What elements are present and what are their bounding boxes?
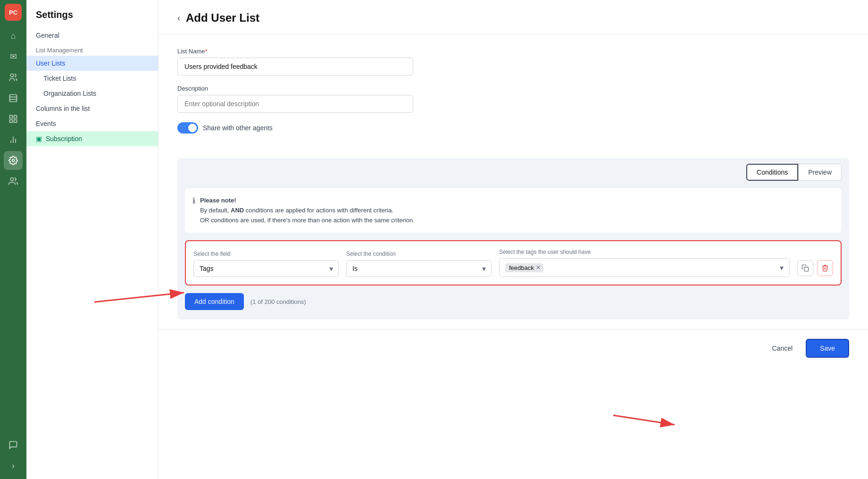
tags-chevron-icon: ▾ [780,263,784,272]
app-logo: PC [5,4,22,21]
share-toggle-label: Share with other agents [203,124,273,132]
home-icon[interactable]: ⌂ [4,26,23,45]
list-name-group: List Name* [177,48,849,76]
condition-row: Select the field Tags Select the conditi… [185,240,842,286]
sidebar-item-general[interactable]: General [26,28,158,43]
mail-icon[interactable]: ✉ [4,47,23,66]
conditions-panel: Conditions Preview ℹ Please note! By def… [177,158,849,319]
condition-select-label: Select the condition [346,251,492,257]
back-button[interactable]: ‹ [177,13,180,23]
svg-point-12 [10,178,14,181]
list-name-label: List Name* [177,48,849,55]
icon-nav: PC ⌂ ✉ › [0,0,26,479]
svg-point-11 [12,160,15,162]
sidebar-section-list-mgmt: List Management [26,43,158,56]
sidebar: Settings General List Management User Li… [26,0,159,479]
page-header: ‹ Add User List [159,0,868,34]
dashboard-icon[interactable] [4,109,23,128]
description-label: Description [177,85,849,92]
svg-point-0 [10,74,14,77]
page-footer: Cancel Save [159,329,868,367]
sidebar-item-subscription[interactable]: ▣ Subscription [26,131,158,146]
row-actions [797,260,833,277]
notice-text: Please note! By default, AND conditions … [200,196,415,225]
svg-rect-1 [10,95,17,102]
tab-conditions[interactable]: Conditions [746,164,798,181]
sidebar-item-columns[interactable]: Columns in the list [26,101,158,116]
svg-rect-6 [14,120,17,123]
sidebar-item-user-lists[interactable]: User Lists [26,56,158,71]
tags-select-group: Select the tags the user should have fee… [499,249,790,277]
svg-rect-4 [10,116,13,118]
info-icon: ℹ [192,196,195,225]
description-group: Description [177,85,849,113]
condition-count: (1 of 200 conditions) [250,298,306,305]
condition-select-wrapper: Is [346,260,492,277]
subscription-icon: ▣ [36,135,42,143]
reports-icon[interactable] [4,130,23,149]
sidebar-item-events[interactable]: Events [26,116,158,131]
main-content: ‹ Add User List List Name* Description S… [159,0,868,479]
condition-row-wrapper: Select the field Tags Select the conditi… [185,240,842,286]
sidebar-title: Settings [26,9,158,28]
tags-input[interactable]: feedback ✕ ▾ [499,258,790,277]
delete-row-button[interactable] [817,260,833,276]
field-select-label: Select the field [193,251,339,257]
page-title: Add User List [186,11,259,25]
tags-select-label: Select the tags the user should have [499,249,790,255]
sidebar-item-ticket-lists[interactable]: Ticket Lists [26,71,158,86]
settings-icon[interactable] [4,151,23,170]
cancel-button[interactable]: Cancel [764,340,800,357]
duplicate-row-button[interactable] [797,260,813,276]
svg-rect-13 [804,267,809,271]
expand-icon[interactable]: › [4,456,23,475]
tickets-icon[interactable] [4,89,23,108]
tab-preview[interactable]: Preview [798,164,842,181]
condition-select-group: Select the condition Is [346,251,492,277]
field-select-group: Select the field Tags [193,251,339,277]
chat-icon[interactable] [4,436,23,454]
field-select-wrapper: Tags [193,260,339,277]
share-toggle-row: Share with other agents [177,122,849,134]
svg-rect-5 [14,116,17,118]
add-condition-button[interactable]: Add condition [185,293,244,310]
form-area: List Name* Description Share with other … [159,34,868,158]
tab-bar: Conditions Preview [177,158,849,181]
svg-rect-7 [10,120,13,123]
contacts-icon[interactable] [4,68,23,87]
save-button[interactable]: Save [806,339,849,358]
share-toggle[interactable] [177,122,198,134]
add-condition-area: Add condition (1 of 200 conditions) [177,286,849,310]
field-select[interactable]: Tags [193,260,339,277]
users-mgmt-icon[interactable] [4,172,23,191]
list-name-input[interactable] [177,58,413,76]
sidebar-item-org-lists[interactable]: Organization Lists [26,86,158,101]
notice-box: ℹ Please note! By default, AND condition… [185,188,842,233]
remove-tag-button[interactable]: ✕ [536,264,541,271]
tag-chip-feedback: feedback ✕ [505,263,543,272]
description-input[interactable] [177,95,413,113]
condition-select[interactable]: Is [346,260,492,277]
